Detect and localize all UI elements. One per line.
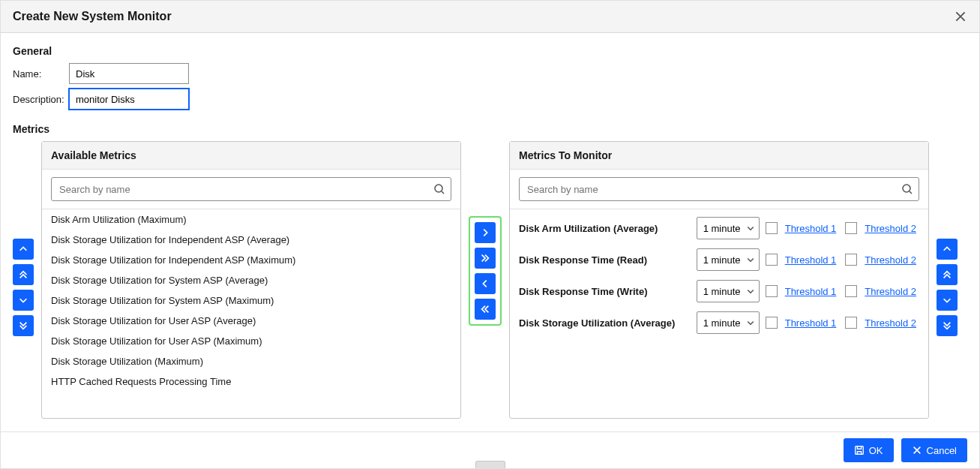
monitor-row: Disk Response Time (Write)1 minuteThresh…: [510, 275, 928, 307]
available-reorder-column: [13, 141, 34, 336]
move-up-button[interactable]: [13, 239, 34, 260]
close-icon: [954, 10, 967, 23]
chevron-up-icon: [942, 244, 952, 254]
double-chevron-left-icon: [480, 304, 490, 314]
to-monitor-reorder-column: [937, 141, 958, 336]
close-icon: [912, 445, 922, 455]
threshold2-checkbox[interactable]: [845, 222, 857, 234]
to-monitor-list: Disk Arm Utilization (Average)1 minuteTh…: [510, 209, 928, 418]
add-selected-button[interactable]: [475, 222, 496, 243]
list-item[interactable]: Disk Storage Utilization (Maximum): [42, 351, 460, 371]
metrics-area: Available Metrics Disk Arm Utilization (…: [13, 141, 967, 419]
double-chevron-down-icon: [18, 320, 28, 331]
interval-select[interactable]: 1 minute: [697, 217, 760, 239]
monitor-row: Disk Arm Utilization (Average)1 minuteTh…: [510, 212, 928, 244]
resize-handle[interactable]: [475, 461, 505, 468]
close-button[interactable]: [954, 10, 967, 23]
threshold2-link[interactable]: Threshold 2: [865, 254, 916, 266]
to-monitor-search-input[interactable]: [519, 177, 919, 201]
threshold1-checkbox[interactable]: [766, 317, 778, 329]
available-metrics-panel: Available Metrics Disk Arm Utilization (…: [41, 141, 461, 419]
to-monitor-search-area: [510, 170, 928, 209]
threshold2-link[interactable]: Threshold 2: [865, 223, 916, 234]
move-top-button[interactable]: [13, 264, 34, 285]
threshold2-link[interactable]: Threshold 2: [865, 317, 916, 329]
move-top-button[interactable]: [937, 264, 958, 285]
interval-select[interactable]: 1 minute: [697, 311, 760, 334]
threshold2-checkbox[interactable]: [845, 254, 857, 266]
move-up-button[interactable]: [937, 239, 958, 260]
monitor-metric-name: Disk Arm Utilization (Average): [519, 223, 691, 234]
remove-all-button[interactable]: [475, 299, 496, 320]
monitor-row: Disk Storage Utilization (Average)1 minu…: [510, 307, 928, 338]
list-item[interactable]: Disk Storage Utilization for System ASP …: [42, 270, 460, 290]
search-icon: [901, 183, 913, 195]
interval-select[interactable]: 1 minute: [697, 280, 760, 302]
dialog-title: Create New System Monitor: [13, 10, 172, 23]
monitor-row: Disk Response Time (Read)1 minuteThresho…: [510, 244, 928, 275]
chevron-left-icon: [480, 278, 490, 289]
threshold1-checkbox[interactable]: [766, 285, 778, 297]
move-down-button[interactable]: [937, 290, 958, 311]
ok-label: OK: [869, 445, 883, 456]
name-input[interactable]: [69, 63, 189, 84]
chevron-down-icon: [942, 295, 952, 305]
description-row: Description:: [13, 89, 967, 110]
list-item[interactable]: Disk Storage Utilization for User ASP (M…: [42, 331, 460, 351]
to-monitor-title: Metrics To Monitor: [510, 142, 928, 170]
chevron-down-icon: [18, 295, 28, 305]
threshold1-checkbox[interactable]: [766, 222, 778, 234]
cancel-label: Cancel: [927, 445, 957, 456]
ok-button[interactable]: OK: [844, 438, 894, 462]
move-bottom-button[interactable]: [937, 315, 958, 336]
transfer-buttons-group: [469, 216, 502, 326]
threshold2-checkbox[interactable]: [845, 317, 857, 329]
threshold1-link[interactable]: Threshold 1: [785, 223, 837, 234]
threshold2-checkbox[interactable]: [845, 285, 857, 297]
to-monitor-panel: Metrics To Monitor Disk Arm Utilization …: [509, 141, 929, 419]
move-bottom-button[interactable]: [13, 315, 34, 336]
save-icon: [854, 445, 865, 455]
add-all-button[interactable]: [475, 248, 496, 269]
list-item[interactable]: HTTP Cached Requests Processing Time: [42, 371, 460, 392]
list-item[interactable]: Disk Arm Utilization (Maximum): [42, 209, 460, 230]
double-chevron-down-icon: [942, 320, 952, 331]
metrics-heading: Metrics: [13, 123, 967, 135]
name-label: Name:: [13, 68, 69, 80]
threshold1-checkbox[interactable]: [766, 254, 778, 266]
list-item[interactable]: Disk Storage Utilization for User ASP (A…: [42, 311, 460, 331]
dialog-body: General Name: Description: Metrics: [1, 33, 979, 431]
svg-point-0: [435, 185, 442, 192]
available-metrics-list[interactable]: Disk Arm Utilization (Maximum)Disk Stora…: [42, 209, 460, 418]
monitor-metric-name: Disk Response Time (Read): [519, 254, 691, 266]
double-chevron-up-icon: [942, 269, 952, 280]
svg-rect-2: [855, 446, 863, 455]
monitor-metric-name: Disk Storage Utilization (Average): [519, 317, 691, 329]
title-bar: Create New System Monitor: [1, 1, 979, 33]
list-item[interactable]: Disk Storage Utilization for System ASP …: [42, 290, 460, 311]
threshold1-link[interactable]: Threshold 1: [785, 286, 837, 297]
double-chevron-up-icon: [18, 269, 28, 280]
chevron-up-icon: [18, 244, 28, 254]
available-search-area: [42, 170, 460, 209]
general-heading: General: [13, 45, 967, 57]
dialog-window: Create New System Monitor General Name: …: [0, 0, 980, 469]
remove-selected-button[interactable]: [475, 273, 496, 294]
interval-select[interactable]: 1 minute: [697, 248, 760, 271]
svg-point-1: [903, 185, 910, 192]
move-down-button[interactable]: [13, 290, 34, 311]
list-item[interactable]: Disk Storage Utilization for Independent…: [42, 230, 460, 250]
available-search-input[interactable]: [51, 177, 451, 201]
description-label: Description:: [13, 94, 69, 105]
threshold2-link[interactable]: Threshold 2: [865, 286, 916, 297]
search-icon: [433, 183, 445, 195]
cancel-button[interactable]: Cancel: [901, 438, 967, 462]
monitor-metric-name: Disk Response Time (Write): [519, 286, 691, 297]
threshold1-link[interactable]: Threshold 1: [785, 254, 837, 266]
double-chevron-right-icon: [480, 253, 490, 263]
name-row: Name:: [13, 63, 967, 84]
list-item[interactable]: Disk Storage Utilization for Independent…: [42, 250, 460, 270]
threshold1-link[interactable]: Threshold 1: [785, 317, 837, 329]
available-metrics-title: Available Metrics: [42, 142, 460, 170]
description-input[interactable]: [69, 89, 189, 110]
